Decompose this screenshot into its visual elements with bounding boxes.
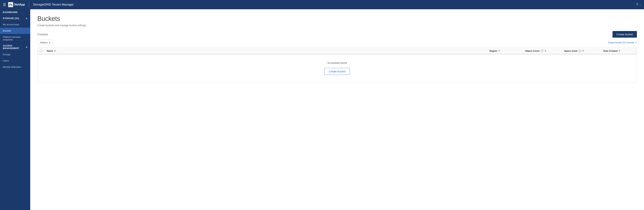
experimental-link-label: Experimental S3 Console: [608, 41, 634, 44]
help-chevron-icon[interactable]: ⌄: [640, 4, 641, 6]
table-header: Name ⇵ Region ⇵ Object Count ? ⇵ Space U…: [38, 48, 637, 54]
space-used-help-icon[interactable]: ?: [578, 49, 581, 52]
actions-button[interactable]: Actions ∨: [37, 40, 53, 45]
create-bucket-empty-button[interactable]: Create bucket: [324, 68, 350, 75]
sidebar-item-label: Groups: [3, 53, 10, 56]
empty-state-text: No buckets found: [45, 61, 630, 64]
table-header-date-created: Date Created ⇵: [601, 48, 637, 54]
col-space-used-label: Space Used: [564, 50, 577, 52]
col-date-created-sort-icon[interactable]: ⇵: [618, 50, 620, 52]
col-date-created-label: Date Created: [603, 50, 618, 52]
page-subtitle: Create buckets and manage bucket setting…: [37, 24, 637, 27]
table-header-checkbox-cell: [38, 48, 45, 54]
table-header-region: Region ⇵: [487, 48, 523, 54]
page-title: Buckets: [37, 15, 637, 23]
sidebar-item-groups[interactable]: Groups: [0, 51, 30, 58]
bucket-count: 0 buckets: [37, 33, 48, 36]
sidebar-item-label: Platform services endpoints: [3, 36, 28, 41]
actions-row: Actions ∨ Experimental S3 Console ↗: [37, 40, 637, 45]
netapp-logo: NetApp: [8, 2, 25, 7]
nav-left: ☰ NetApp StorageGRID Tenant Manager: [3, 2, 74, 7]
select-all-checkbox[interactable]: [40, 50, 42, 52]
table-header-name: Name ⇵: [45, 48, 487, 54]
create-bucket-header-label: Create bucket: [616, 33, 633, 36]
nav-right: ? ⌄: [636, 3, 641, 7]
sidebar-item-my-access-keys[interactable]: My access keys: [0, 21, 30, 28]
sidebar-storage-section: STORAGE (S3) ∧: [0, 15, 30, 21]
table-header-object-count: Object Count ? ⇵: [523, 48, 562, 54]
col-object-count-label: Object Count: [525, 50, 540, 52]
storage-chevron-icon[interactable]: ∧: [26, 17, 28, 20]
dashboard-label: DASHBOARD: [3, 11, 18, 14]
sidebar-item-identity-federation[interactable]: Identity federation: [0, 64, 30, 70]
create-bucket-header-button[interactable]: Create bucket: [612, 31, 637, 38]
col-region-sort-icon[interactable]: ⇵: [498, 50, 500, 52]
object-count-help-icon[interactable]: ?: [541, 49, 544, 52]
sidebar-item-platform-services[interactable]: Platform services endpoints: [0, 34, 30, 43]
hamburger-menu[interactable]: ☰: [3, 3, 6, 7]
logo-text: NetApp: [14, 3, 25, 7]
sidebar-item-label: Buckets: [3, 29, 11, 32]
table-header-space-used: Space Used ? ⇵: [562, 48, 601, 54]
sidebar-item-buckets[interactable]: Buckets: [0, 28, 30, 34]
main-layout: DASHBOARD STORAGE (S3) ∧ My access keys …: [0, 9, 644, 210]
actions-chevron-icon: ∨: [49, 41, 50, 44]
col-name-label: Name: [47, 50, 53, 52]
help-icon[interactable]: ?: [636, 3, 638, 7]
sidebar-item-label: My access keys: [3, 23, 19, 26]
buckets-table: Name ⇵ Region ⇵ Object Count ? ⇵ Space U…: [37, 47, 637, 82]
sidebar-item-users[interactable]: Users: [0, 58, 30, 64]
col-object-count-sort-icon[interactable]: ⇵: [544, 50, 546, 52]
external-link-icon: ↗: [635, 41, 637, 44]
col-region-label: Region: [490, 50, 497, 52]
sidebar-item-label: Identity federation: [3, 66, 21, 68]
toolbar-row: 0 buckets Create bucket: [37, 31, 637, 38]
top-nav: ☰ NetApp StorageGRID Tenant Manager ? ⌄: [0, 0, 644, 9]
col-space-used-sort-icon[interactable]: ⇵: [582, 50, 584, 52]
create-bucket-empty-label: Create bucket: [329, 70, 345, 73]
nav-divider: [29, 2, 29, 7]
col-name-sort-icon[interactable]: ⇵: [54, 50, 56, 52]
access-chevron-icon[interactable]: ∧: [26, 46, 28, 48]
experimental-s3-console-link[interactable]: Experimental S3 Console ↗: [608, 41, 637, 44]
sidebar-item-label: Users: [3, 59, 9, 62]
main-content: Buckets Create buckets and manage bucket…: [30, 9, 644, 210]
actions-label: Actions: [40, 41, 48, 44]
app-title: StorageGRID Tenant Manager: [33, 3, 74, 7]
storage-section-label: STORAGE (S3): [3, 17, 19, 20]
sidebar-access-section: ACCESS MANAGEMENT ∧: [0, 43, 30, 51]
sidebar-dashboard[interactable]: DASHBOARD: [0, 9, 30, 15]
netapp-logo-icon: [8, 2, 13, 7]
sidebar: DASHBOARD STORAGE (S3) ∧ My access keys …: [0, 9, 30, 210]
empty-state: No buckets found Create bucket: [38, 54, 637, 82]
access-section-label: ACCESS MANAGEMENT: [3, 45, 26, 50]
